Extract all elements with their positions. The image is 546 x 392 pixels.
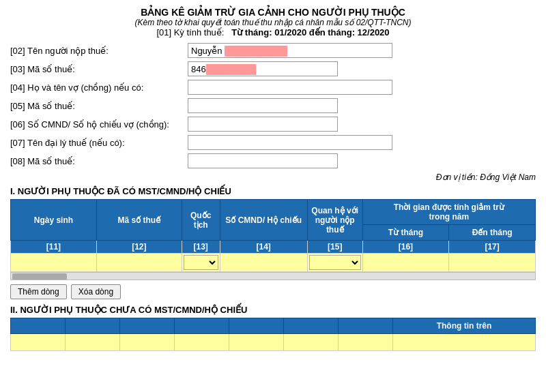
- th-quoctich: Quốc tịch: [182, 200, 220, 241]
- label-03: [03] Mã số thuế:: [10, 64, 188, 74]
- add-row-button[interactable]: Thêm dòng: [10, 284, 67, 299]
- select-quoctich[interactable]: [184, 255, 218, 270]
- s2-cell-1[interactable]: [11, 334, 66, 351]
- label-07: [07] Tên đại lý thuế (nếu có):: [10, 138, 188, 148]
- form-row-07: [07] Tên đại lý thuế (nếu có):: [10, 135, 536, 150]
- s2-cell-2[interactable]: [66, 334, 120, 351]
- period-value: Từ tháng: 01/2020 đến tháng: 12/2020: [231, 27, 389, 37]
- input-cmnd[interactable]: [222, 256, 306, 269]
- input-dentháng[interactable]: [450, 256, 534, 269]
- input-agent-tax[interactable]: [188, 153, 338, 168]
- s2-th-col6: [284, 318, 339, 334]
- input-ngaysinh[interactable]: [12, 256, 95, 269]
- section2-title: II. NGƯỜI PHỤ THUỘC CHƯA CÓ MST/CMND/HỘ …: [10, 305, 536, 315]
- s2-th-col1: [11, 318, 66, 334]
- th-dentháng: Đến tháng: [449, 225, 536, 241]
- idx-13: [13]: [182, 241, 220, 254]
- cell-ngaysinh[interactable]: [11, 254, 97, 272]
- input-name[interactable]: Nguyễn ██████████: [188, 43, 392, 58]
- page-subtitle: (Kèm theo tờ khai quyết toán thuế thu nh…: [10, 18, 536, 27]
- page-header: BẢNG KÊ GIẢM TRỪ GIA CẢNH CHO NGƯỜI PHỤ …: [10, 7, 536, 37]
- s2-input-5[interactable]: [231, 335, 282, 349]
- period-line: [01] Kỳ tính thuế: Từ tháng: 01/2020 đến…: [10, 27, 536, 37]
- input-masothue[interactable]: [98, 256, 180, 269]
- period-label: [01] Kỳ tính thuế:: [156, 27, 224, 37]
- cell-masothue[interactable]: [96, 254, 182, 272]
- table-row: [11, 254, 536, 272]
- s2-th-col2: [66, 318, 120, 334]
- th-quanhe: Quan hệ vớingười nộp thuế: [307, 200, 362, 241]
- cell-quoctich[interactable]: [182, 254, 220, 272]
- idx-16: [16]: [362, 241, 449, 254]
- th-tutháng: Từ tháng: [362, 225, 449, 241]
- s2-input-4[interactable]: [176, 335, 227, 349]
- s2-cell-7[interactable]: [339, 334, 393, 351]
- s2-input-6[interactable]: [285, 335, 336, 349]
- label-02: [02] Tên người nộp thuế:: [10, 46, 188, 56]
- scrollbar[interactable]: [10, 272, 536, 280]
- section2-table: Thông tin trên: [10, 318, 536, 351]
- s2-row: [11, 334, 536, 351]
- cell-quanhe[interactable]: [307, 254, 362, 272]
- input-agent-name[interactable]: [188, 135, 392, 150]
- label-04: [04] Họ và tên vợ (chồng) nếu có:: [10, 82, 188, 93]
- s2-input-2[interactable]: [67, 335, 118, 349]
- input-tax-id[interactable]: 846████████: [188, 61, 338, 76]
- scrollbar-thumb: [12, 273, 67, 280]
- th-cmnd: Số CMND/ Hộ chiếu: [220, 200, 307, 241]
- input-tutháng[interactable]: [364, 256, 448, 269]
- idx-11: [11]: [11, 241, 97, 254]
- input-spouse-id[interactable]: [188, 117, 338, 132]
- cell-cmnd[interactable]: [220, 254, 307, 272]
- label-08: [08] Mã số thuế:: [10, 156, 188, 166]
- label-05: [05] Mã số thuế:: [10, 101, 188, 111]
- tax-masked: ████████: [206, 64, 257, 74]
- s2-cell-3[interactable]: [120, 334, 175, 351]
- th-thoigian: Thời gian được tính giảm trừtrong năm: [362, 200, 535, 225]
- section1-table: Ngày sinh Mã số thuế Quốc tịch Số CMND/ …: [10, 199, 536, 272]
- tax-text: 846: [191, 64, 206, 74]
- s2-input-1[interactable]: [12, 335, 63, 349]
- s2-cell-5[interactable]: [229, 334, 284, 351]
- form-row-02: [02] Tên người nộp thuế: Nguyễn ████████…: [10, 43, 536, 58]
- delete-row-button[interactable]: Xóa dòng: [71, 284, 121, 299]
- s2-th-col4: [175, 318, 229, 334]
- input-spouse-name[interactable]: [188, 80, 392, 95]
- idx-12: [12]: [96, 241, 182, 254]
- form-row-08: [08] Mã số thuế:: [10, 153, 536, 168]
- button-row: Thêm dòng Xóa dòng: [10, 284, 536, 299]
- s2-input-3[interactable]: [121, 335, 173, 349]
- form-section: [02] Tên người nộp thuế: Nguyễn ████████…: [10, 43, 536, 168]
- s2-th-col5: [229, 318, 284, 334]
- s2-th-col3: [120, 318, 175, 334]
- s2-cell-8[interactable]: [393, 334, 536, 351]
- select-quanhe[interactable]: [309, 255, 361, 270]
- form-row-05: [05] Mã số thuế:: [10, 98, 536, 113]
- form-row-03: [03] Mã số thuế: 846████████: [10, 61, 536, 76]
- s2-th-col7: [339, 318, 393, 334]
- input-spouse-tax[interactable]: [188, 98, 338, 113]
- label-06: [06] Số CMND/ Số hộ chiếu vợ (chồng):: [10, 119, 188, 130]
- s2-input-7[interactable]: [340, 335, 391, 349]
- unit-label: Đơn vị tiền: Đồng Việt Nam: [10, 172, 536, 182]
- section1-title: I. NGƯỜI PHỤ THUỘC ĐÃ CÓ MST/CMND/HỘ CHI…: [10, 186, 536, 196]
- cell-tutháng[interactable]: [362, 254, 449, 272]
- cell-dentháng[interactable]: [449, 254, 536, 272]
- s2-th-thongtin: Thông tin trên: [393, 318, 536, 334]
- form-row-06: [06] Số CMND/ Số hộ chiếu vợ (chồng):: [10, 117, 536, 132]
- idx-17: [17]: [449, 241, 536, 254]
- th-masothue: Mã số thuế: [96, 200, 182, 241]
- th-ngaysinh: Ngày sinh: [11, 200, 97, 241]
- s2-cell-4[interactable]: [175, 334, 229, 351]
- s2-cell-6[interactable]: [284, 334, 339, 351]
- idx-15: [15]: [307, 241, 362, 254]
- name-masked: ██████████: [225, 46, 287, 56]
- s2-input-8[interactable]: [394, 335, 534, 349]
- idx-14: [14]: [220, 241, 307, 254]
- name-text: Nguyễn: [191, 46, 225, 56]
- form-row-04: [04] Họ và tên vợ (chồng) nếu có:: [10, 80, 536, 95]
- page-title: BẢNG KÊ GIẢM TRỪ GIA CẢNH CHO NGƯỜI PHỤ …: [10, 7, 536, 18]
